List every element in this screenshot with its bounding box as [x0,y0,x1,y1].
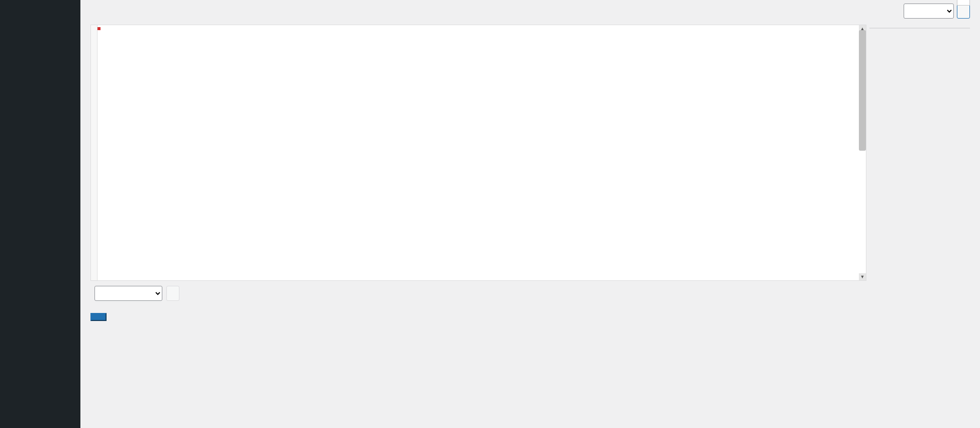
update-file-button[interactable] [90,313,107,321]
lookup-button[interactable] [166,286,179,301]
function-name-select[interactable] [94,286,162,301]
highlight-box [97,27,101,30]
scroll-thumb[interactable] [859,30,866,151]
theme-file-list [869,28,970,29]
admin-sidebar [0,0,80,428]
main-content: ▲ ▼ [80,0,980,428]
select-button[interactable] [957,4,970,19]
code-lines[interactable] [97,25,866,280]
code-editor[interactable]: ▲ ▼ [90,25,866,281]
scroll-down-arrow[interactable]: ▼ [859,273,866,280]
line-gutter [91,25,97,280]
help-tab[interactable] [957,0,970,6]
theme-select[interactable] [904,4,954,19]
